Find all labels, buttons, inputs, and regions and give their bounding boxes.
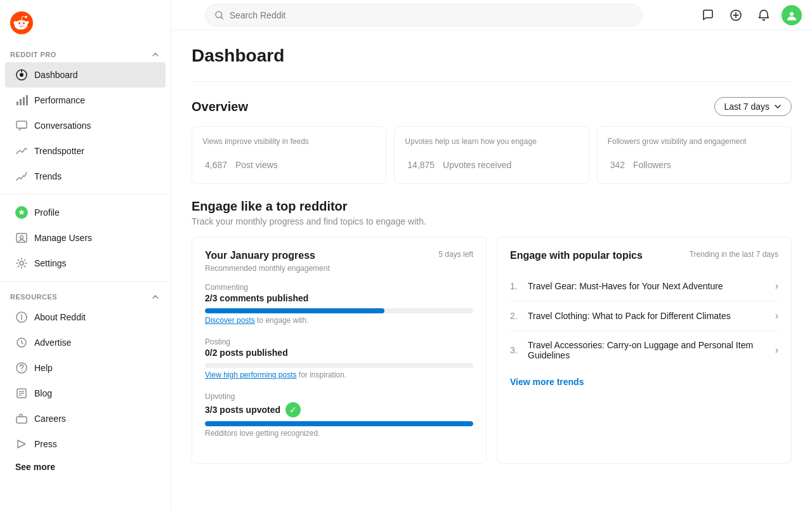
sidebar-item-trends[interactable]: Trends [5,164,166,189]
chat-icon [702,9,714,22]
upvoting-label: Upvoting [205,392,473,401]
sidebar-item-advertise[interactable]: Advertise [5,330,166,355]
sidebar-item-blog[interactable]: Blog [5,381,166,406]
stats-grid: Views improve visibility in feeds 4,687 … [192,126,792,184]
progress-card-title: Your January progress [205,250,315,261]
commenting-section: Commenting 2/3 comments published Discov… [205,283,473,325]
sidebar-item-careers-label: Careers [34,414,66,424]
trends-icon [15,170,28,183]
sidebar-item-dashboard-label: Dashboard [34,70,78,80]
view-more-trends-link[interactable]: View more trends [510,369,778,387]
sidebar-item-manage-users[interactable]: Manage Users [5,225,166,251]
add-icon-button[interactable] [726,5,746,25]
topic-2-chevron-icon: › [775,310,778,322]
engage-grid: Your January progress 5 days left Recomm… [192,237,792,464]
days-left: 5 days left [438,250,473,259]
stat-card-views: Views improve visibility in feeds 4,687 … [192,126,386,184]
blog-icon [15,387,28,400]
overview-header: Overview Last 7 days [192,97,792,116]
chat-icon-button[interactable] [698,5,718,25]
sidebar-item-help-label: Help [34,363,53,373]
advertise-icon [15,336,28,349]
commenting-discover-link[interactable]: Discover posts [205,316,255,325]
careers-icon [15,412,28,425]
topic-item-2[interactable]: 2. Travel Clothing: What to Pack for Dif… [510,301,778,331]
sidebar-item-careers[interactable]: Careers [5,406,166,431]
posting-value: 0/2 posts published [205,348,473,358]
topic-1-chevron-icon: › [775,280,778,292]
sidebar-item-about-reddit-label: About Reddit [34,312,86,322]
dashboard-icon [15,69,28,81]
sidebar-divider-2 [0,281,171,282]
main-content: Dashboard Overview Last 7 days Views imp… [171,30,812,510]
svg-rect-21 [16,417,27,423]
collapse-icon[interactable] [150,49,160,60]
user-avatar[interactable] [782,5,802,25]
top-nav-icons [698,5,802,25]
topic-2-text: Travel Clothing: What to Pack for Differ… [528,311,775,321]
sidebar-item-profile[interactable]: Profile [5,200,166,225]
sidebar-item-blog-label: Blog [34,388,52,398]
topic-item-3[interactable]: 3. Travel Accessories: Carry-on Luggage … [510,331,778,369]
sidebar: REDDIT PRO Dashboard Performance [0,0,171,510]
search-bar[interactable] [205,4,643,27]
sidebar-item-trendspotter[interactable]: Trendspotter [5,138,166,164]
svg-rect-11 [16,233,27,242]
resources-collapse-icon[interactable] [150,292,160,302]
chevron-down-icon [773,102,782,111]
stat-followers-value: 342 Followers [608,150,781,173]
topic-3-text: Travel Accessories: Carry-on Luggage and… [528,340,775,360]
topics-card: Engage with popular topics Trending in t… [497,237,792,464]
sidebar-item-about-reddit[interactable]: About Reddit [5,304,166,330]
notifications-icon-button[interactable] [754,5,774,25]
svg-point-1 [18,22,20,24]
upvoting-message: Redditors love getting recognized. [205,429,473,438]
engage-title: Engage like a top redditor [192,199,792,214]
sidebar-divider-1 [0,194,171,195]
svg-rect-10 [16,121,27,128]
search-input[interactable] [230,10,634,20]
topic-1-number: 1. [510,281,523,291]
topic-1-text: Travel Gear: Must-Haves for Your Next Ad… [528,281,775,291]
posting-progress-bar [205,363,473,368]
upvoting-row: 3/3 posts upvoted ✓ [205,402,473,417]
stat-upvotes-label: Upvotes help us learn how you engage [405,137,578,146]
resources-section-label: RESOURCES [0,287,171,304]
help-icon [15,362,28,374]
conversations-icon [15,119,28,132]
upvoting-complete-icon: ✓ [285,402,301,417]
sidebar-item-settings[interactable]: Settings [5,251,166,276]
sidebar-item-conversations[interactable]: Conversations [5,113,166,138]
sidebar-item-performance-label: Performance [34,95,85,105]
sidebar-item-press-label: Press [34,439,57,449]
upvoting-progress-fill [205,421,473,426]
posting-link-suffix: for inspiration. [297,370,347,379]
topic-item-1[interactable]: 1. Travel Gear: Must-Haves for Your Next… [510,271,778,301]
sidebar-item-manage-users-label: Manage Users [34,233,92,243]
svg-point-12 [20,236,23,239]
stat-card-followers: Followers grow visibility and engagement… [597,126,792,184]
posting-view-link[interactable]: View high performing posts [205,370,297,379]
avatar-icon [786,10,797,21]
sidebar-item-dashboard[interactable]: Dashboard [5,62,166,88]
title-divider [192,81,792,82]
logo-container[interactable] [0,6,171,44]
progress-card-header: Your January progress 5 days left [205,250,473,261]
posting-label: Posting [205,337,473,346]
sidebar-item-performance[interactable]: Performance [5,88,166,113]
engage-subtitle: Track your monthly progress and find top… [192,216,792,226]
stat-views-label: Views improve visibility in feeds [202,137,376,146]
sidebar-item-advertise-label: Advertise [34,337,71,348]
sidebar-item-press[interactable]: Press [5,431,166,457]
date-filter-button[interactable]: Last 7 days [714,97,792,116]
sidebar-item-help[interactable]: Help [5,355,166,381]
press-icon [15,438,28,450]
stat-followers-label: Followers grow visibility and engagement [608,137,781,146]
topic-3-chevron-icon: › [775,344,778,356]
topics-card-title: Engage with popular topics [510,250,643,261]
svg-point-4 [20,73,23,77]
reddit-pro-section-label: REDDIT PRO [0,44,171,62]
stat-views-value: 4,687 Post views [202,150,376,173]
see-more-link[interactable]: See more [0,457,171,477]
topic-3-number: 3. [510,345,523,355]
